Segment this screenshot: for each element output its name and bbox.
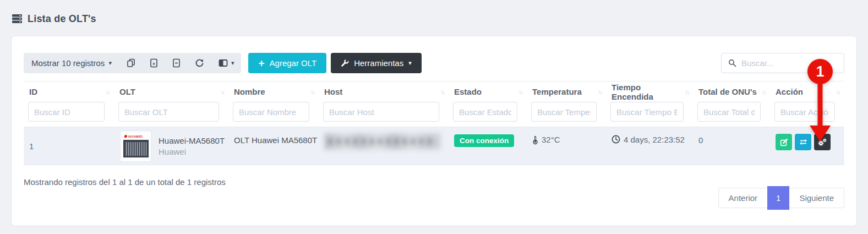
column-header-estado[interactable]: Estado↑↓: [449, 81, 527, 102]
cell-id: 1: [24, 127, 114, 165]
column-header-olt[interactable]: OLT↑↓: [114, 81, 228, 102]
plus-icon: +: [258, 58, 264, 68]
cell-nombre: OLT Huawei MA5680T: [228, 127, 319, 165]
sort-icon[interactable]: ↑↓: [685, 89, 689, 95]
sort-icon[interactable]: ↑↓: [220, 89, 224, 95]
olt-model: Huawei-MA5680T: [159, 136, 225, 145]
copy-button[interactable]: [119, 53, 143, 73]
pagination: Anterior 1 Siguiente: [718, 188, 844, 208]
cell-tiempo: 4 days, 22:23:52: [606, 127, 693, 165]
file-export-icon: [172, 58, 181, 68]
filter-total-onus-input[interactable]: [697, 102, 761, 122]
refresh-icon: [195, 58, 204, 68]
huawei-logo: HUAWEI: [124, 135, 143, 138]
edit-icon: [780, 138, 788, 146]
sort-icon[interactable]: ↑↓: [518, 89, 522, 95]
page-length-label: Mostrar 10 registros: [31, 58, 105, 68]
excel-export-button[interactable]: x: [143, 53, 165, 73]
edit-olt-button[interactable]: [776, 134, 792, 150]
pagination-page-1[interactable]: 1: [767, 186, 789, 210]
cell-estado: Con conexión: [449, 127, 527, 165]
transfer-olt-button[interactable]: [795, 134, 811, 150]
toolbar-button-group: Mostrar 10 registros ▾: [24, 53, 241, 73]
exchange-icon: [799, 138, 807, 146]
sort-icon[interactable]: ↑↓: [762, 89, 766, 95]
wrench-icon: [341, 59, 349, 67]
connection-status-badge: Con conexión: [454, 134, 514, 147]
filter-estado-input[interactable]: [453, 102, 517, 122]
olt-table-card: Mostrar 10 registros ▾: [12, 36, 856, 226]
column-header-tiempo[interactable]: Tiempo Encendida↑↓: [606, 81, 693, 102]
tiempo-value: 4 days, 22:23:52: [624, 135, 685, 144]
column-visibility-button[interactable]: ▾: [211, 53, 242, 73]
cell-accion: [770, 127, 844, 165]
filter-id-input[interactable]: [28, 102, 105, 122]
clock-icon: [612, 135, 620, 144]
cell-olt: HUAWEI Huawei-MA5680T Huawei: [114, 127, 228, 165]
search-icon: [728, 59, 736, 67]
filter-olt-input[interactable]: [118, 102, 219, 122]
chevron-down-icon: ▾: [108, 60, 112, 66]
chevron-down-icon: ▾: [408, 60, 412, 66]
table-filter-row: [24, 102, 844, 127]
column-header-nombre[interactable]: Nombre↑↓: [228, 81, 319, 102]
table-row: 1 HUAWEI Huawei-MA5680T Huawei OLT Huawe…: [24, 127, 844, 165]
table-toolbar: Mostrar 10 registros ▾: [24, 53, 844, 73]
cell-temperatura: 32°C: [527, 127, 606, 165]
filter-temperatura-input[interactable]: [531, 102, 597, 122]
column-header-host[interactable]: Host↑↓: [319, 81, 449, 102]
filter-accion-input[interactable]: [774, 102, 835, 122]
column-header-id[interactable]: ID↑↓: [24, 81, 114, 102]
column-header-temperatura[interactable]: Temperatura↑↓: [527, 81, 606, 102]
filter-host-input[interactable]: [323, 102, 439, 122]
chevron-down-icon: ▾: [231, 60, 234, 66]
server-list-icon: [12, 14, 23, 24]
temperatura-value: 32°C: [542, 135, 560, 144]
sort-icon[interactable]: ↑↓: [310, 89, 314, 95]
sort-icon[interactable]: ↑↓: [106, 89, 110, 95]
sort-icon[interactable]: ↑↓: [598, 89, 602, 95]
tools-dropdown-button[interactable]: Herramientas ▾: [331, 53, 422, 73]
table-header-row: ID↑↓ OLT↑↓ Nombre↑↓ Host↑↓ Estado↑↓ Temp…: [24, 81, 844, 102]
page-title: Lista de OLT's: [28, 13, 96, 25]
cell-host: [319, 127, 449, 165]
copy-icon: [127, 58, 135, 68]
excel-export-icon: x: [150, 58, 158, 68]
table-search: [721, 53, 844, 73]
search-input[interactable]: [741, 58, 844, 68]
olt-brand: Huawei: [159, 147, 225, 156]
huawei-petal-icon: [124, 135, 127, 138]
filter-tiempo-input[interactable]: [610, 102, 684, 122]
filter-nombre-input[interactable]: [233, 102, 309, 122]
svg-text:x: x: [152, 61, 155, 66]
add-olt-button[interactable]: + Agregar OLT: [248, 53, 326, 73]
configure-olt-button[interactable]: [814, 134, 831, 150]
gears-icon: [818, 138, 827, 146]
pagination-previous[interactable]: Anterior: [718, 188, 768, 208]
page-length-dropdown[interactable]: Mostrar 10 registros ▾: [24, 53, 119, 73]
thermometer-icon: [532, 135, 538, 145]
olt-list-page: Lista de OLT's Mostrar 10 registros ▾: [0, 0, 868, 226]
cell-total-onus: 0: [693, 127, 770, 165]
add-olt-label: Agregar OLT: [270, 58, 317, 68]
host-value-blurred: [324, 133, 441, 150]
pagination-next[interactable]: Siguiente: [789, 188, 844, 208]
file-export-button[interactable]: [165, 53, 188, 73]
sort-icon[interactable]: ↑↓: [836, 89, 840, 95]
column-header-accion[interactable]: Acción↑↓: [770, 81, 844, 102]
olt-device-image: HUAWEI: [121, 131, 151, 161]
tools-label: Herramientas: [354, 58, 403, 68]
column-header-total-onus[interactable]: Total de ONU's↑↓: [693, 81, 770, 102]
pagination-row: Anterior 1 Siguiente: [24, 188, 844, 208]
page-header: Lista de OLT's: [12, 12, 856, 25]
olt-chassis-graphic: [123, 140, 149, 157]
column-visibility-icon: [219, 59, 228, 67]
refresh-button[interactable]: [188, 53, 211, 73]
table-info-text: Mostrando registros del 1 al 1 de un tot…: [24, 177, 844, 187]
sort-icon[interactable]: ↑↓: [440, 89, 444, 95]
